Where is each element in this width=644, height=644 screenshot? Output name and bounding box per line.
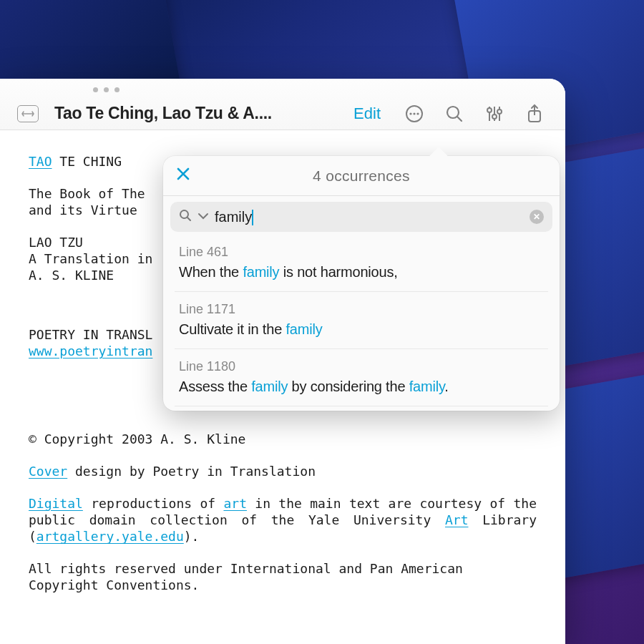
result-snippet: When the family is not harmonious, bbox=[179, 264, 544, 280]
search-result-item[interactable]: Line 461When the family is not harmoniou… bbox=[175, 238, 548, 292]
search-result-item[interactable]: Line 1180Assess the family by considerin… bbox=[175, 349, 548, 406]
link-art-2[interactable]: Art bbox=[445, 512, 469, 527]
link-digital[interactable]: Digital bbox=[29, 496, 83, 511]
svg-point-3 bbox=[416, 112, 419, 114]
link-tao[interactable]: TAO bbox=[29, 154, 52, 169]
result-snippet: Assess the family by considering the fam… bbox=[179, 379, 544, 395]
search-input[interactable]: family bbox=[215, 209, 252, 225]
search-options-chevron-icon[interactable] bbox=[197, 210, 209, 223]
svg-point-11 bbox=[497, 109, 502, 114]
svg-point-2 bbox=[413, 112, 415, 114]
svg-point-9 bbox=[492, 114, 497, 119]
link-cover[interactable]: Cover bbox=[29, 464, 67, 479]
share-icon[interactable] bbox=[521, 100, 548, 127]
traffic-lights[interactable] bbox=[93, 87, 119, 92]
edit-button[interactable]: Edit bbox=[346, 104, 388, 123]
search-result-item[interactable]: Line 1171Cultivate it in the family bbox=[175, 292, 548, 349]
document-title: Tao Te Ching, Lao Tzu & A.... bbox=[54, 104, 338, 123]
search-results-list: Line 461When the family is not harmoniou… bbox=[163, 238, 560, 411]
close-icon[interactable] bbox=[176, 167, 193, 185]
link-art-1[interactable]: art bbox=[223, 496, 247, 511]
svg-line-5 bbox=[457, 117, 462, 121]
result-snippet: Cultivate it in the family bbox=[179, 321, 544, 338]
result-line-label: Line 1171 bbox=[179, 302, 544, 317]
result-line-label: Line 1180 bbox=[179, 359, 544, 374]
more-icon[interactable] bbox=[401, 100, 428, 127]
search-bar[interactable]: family ✕ bbox=[170, 202, 552, 232]
svg-line-15 bbox=[187, 218, 190, 220]
link-gallery-url[interactable]: artgallery.yale.edu bbox=[36, 529, 184, 544]
result-line-label: Line 461 bbox=[179, 245, 544, 260]
svg-point-7 bbox=[487, 108, 492, 112]
link-publisher-url[interactable]: www.poetryintran bbox=[29, 343, 152, 358]
app-window: Tao Te Ching, Lao Tzu & A.... Edit TAO T… bbox=[0, 79, 565, 644]
fullwidth-toggle[interactable] bbox=[17, 105, 39, 122]
search-icon[interactable] bbox=[441, 100, 468, 127]
clear-search-icon[interactable]: ✕ bbox=[530, 210, 544, 224]
svg-point-1 bbox=[409, 112, 411, 114]
search-input-icon bbox=[179, 209, 192, 225]
search-popover: 4 occurrences family ✕ Line 461When the … bbox=[163, 156, 560, 411]
settings-sliders-icon[interactable] bbox=[481, 100, 508, 127]
toolbar: Tao Te Ching, Lao Tzu & A.... Edit bbox=[0, 79, 565, 130]
search-result-count: 4 occurrences bbox=[193, 167, 530, 185]
